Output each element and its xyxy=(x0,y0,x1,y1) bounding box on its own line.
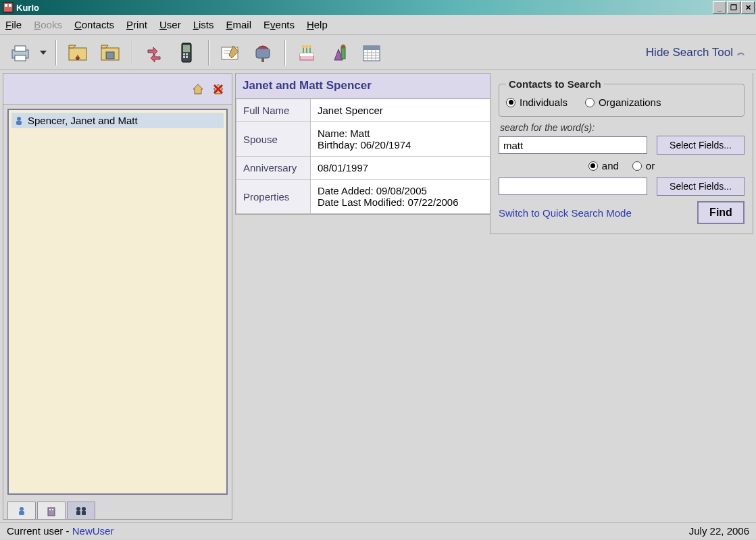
menu-user[interactable]: User xyxy=(159,19,181,30)
menu-help[interactable]: Help xyxy=(307,19,328,30)
svg-rect-23 xyxy=(256,49,270,58)
radio-icon xyxy=(632,161,642,171)
view-tabs xyxy=(3,499,232,519)
sync-icon[interactable] xyxy=(139,38,169,67)
titlebar: Kurlo _ ❐ ✕ xyxy=(0,0,756,15)
search-scope-group: Contacts to Search Individuals Organizat… xyxy=(499,78,745,117)
home-contact-icon[interactable] xyxy=(191,82,205,96)
menu-email[interactable]: Email xyxy=(226,19,252,30)
minimize-button[interactable]: _ xyxy=(713,1,726,14)
menu-file[interactable]: File xyxy=(5,19,22,30)
separator xyxy=(55,40,56,65)
close-button[interactable]: ✕ xyxy=(741,1,755,14)
svg-rect-1 xyxy=(5,4,7,7)
app-icon xyxy=(3,2,14,13)
svg-point-34 xyxy=(341,45,345,49)
statusbar: Current user - NewUser July 22, 2006 xyxy=(0,522,756,539)
svg-point-56 xyxy=(82,507,86,511)
svg-point-54 xyxy=(76,507,80,511)
print-icon[interactable] xyxy=(5,38,35,67)
svg-point-32 xyxy=(309,45,311,48)
folder-save-icon[interactable] xyxy=(95,38,125,67)
anniversary-label: Anniversary xyxy=(236,157,311,180)
radio-icon xyxy=(585,98,595,107)
contact-list[interactable]: Spencer, Janet and Matt xyxy=(7,109,228,495)
delete-contact-icon[interactable] xyxy=(211,82,225,96)
menu-events[interactable]: Events xyxy=(263,19,295,30)
hide-search-label: Hide Search Tool xyxy=(646,46,733,59)
svg-rect-16 xyxy=(183,53,185,55)
svg-marker-8 xyxy=(69,45,76,48)
svg-rect-48 xyxy=(16,121,22,125)
svg-point-31 xyxy=(305,45,308,48)
svg-rect-36 xyxy=(363,46,380,50)
svg-rect-57 xyxy=(82,511,86,515)
svg-rect-55 xyxy=(76,511,80,515)
radio-organizations[interactable]: Organizations xyxy=(585,97,661,108)
contacts-panel: Spencer, Janet and Matt xyxy=(3,73,232,520)
svg-rect-50 xyxy=(19,511,24,515)
svg-rect-17 xyxy=(186,53,188,55)
hide-search-link[interactable]: Hide Search Tool ︽ xyxy=(646,46,751,59)
search-scope-title: Contacts to Search xyxy=(506,78,604,90)
radio-individuals[interactable]: Individuals xyxy=(506,97,568,108)
menu-print[interactable]: Print xyxy=(126,19,147,30)
search-words-label: search for the word(s): xyxy=(500,122,745,133)
select-fields-2-button[interactable]: Select Fields... xyxy=(657,177,745,196)
svg-rect-13 xyxy=(106,52,114,59)
phone-icon[interactable] xyxy=(172,38,201,67)
svg-rect-18 xyxy=(183,56,185,58)
tab-organization[interactable] xyxy=(37,502,66,519)
select-fields-1-button[interactable]: Select Fields... xyxy=(657,136,745,155)
toolbar: Hide Search Tool ︽ xyxy=(0,35,756,70)
maximize-button[interactable]: ❐ xyxy=(727,1,740,14)
party-icon[interactable] xyxy=(324,38,354,67)
window-title: Kurlo xyxy=(16,3,39,13)
status-date: July 22, 2006 xyxy=(689,525,749,537)
menu-contacts[interactable]: Contacts xyxy=(74,19,114,30)
detail-area: Janet and Matt Spencer Full Name Janet S… xyxy=(235,73,753,520)
search-word-2-input[interactable] xyxy=(499,178,647,195)
svg-point-30 xyxy=(302,45,305,48)
contacts-panel-header xyxy=(3,74,232,105)
svg-marker-43 xyxy=(193,84,203,94)
svg-point-49 xyxy=(20,507,24,511)
svg-marker-6 xyxy=(40,51,47,55)
folder-home-icon[interactable] xyxy=(63,38,93,67)
svg-rect-26 xyxy=(300,53,313,56)
radio-icon xyxy=(588,161,598,171)
full-name-label: Full Name xyxy=(236,99,311,122)
content-area: Spencer, Janet and Matt Janet and Matt S… xyxy=(0,70,756,522)
svg-rect-24 xyxy=(261,58,264,62)
search-word-1-input[interactable] xyxy=(499,136,647,154)
svg-rect-10 xyxy=(76,57,79,60)
svg-rect-19 xyxy=(186,56,188,58)
separator xyxy=(208,40,209,65)
contact-list-item[interactable]: Spencer, Janet and Matt xyxy=(11,113,224,128)
calendar-icon[interactable] xyxy=(357,38,386,67)
contact-list-item-label: Spencer, Janet and Matt xyxy=(28,115,138,126)
svg-rect-53 xyxy=(52,509,53,510)
tab-couple[interactable] xyxy=(67,502,95,519)
radio-and[interactable]: and xyxy=(588,160,619,171)
status-user: Current user - NewUser xyxy=(7,525,114,537)
svg-rect-52 xyxy=(49,509,51,510)
tab-individual[interactable] xyxy=(7,502,36,519)
svg-rect-4 xyxy=(15,46,26,51)
svg-rect-51 xyxy=(48,508,55,516)
svg-rect-15 xyxy=(183,45,190,52)
radio-icon xyxy=(506,98,515,107)
menu-lists[interactable]: Lists xyxy=(193,19,214,30)
birthday-icon[interactable] xyxy=(292,38,322,67)
print-dropdown-icon[interactable] xyxy=(38,38,49,67)
svg-marker-12 xyxy=(101,45,108,48)
compose-icon[interactable] xyxy=(216,38,245,67)
find-button[interactable]: Find xyxy=(697,201,745,224)
switch-search-mode-link[interactable]: Switch to Quick Search Mode xyxy=(499,207,632,219)
chevron-up-icon: ︽ xyxy=(737,47,745,58)
radio-or[interactable]: or xyxy=(632,160,655,171)
mail-icon[interactable] xyxy=(248,38,278,67)
properties-label: Properties xyxy=(236,180,311,214)
search-panel: Contacts to Search Individuals Organizat… xyxy=(490,73,753,234)
menubar: File Books Contacts Print User Lists Ema… xyxy=(0,15,756,35)
